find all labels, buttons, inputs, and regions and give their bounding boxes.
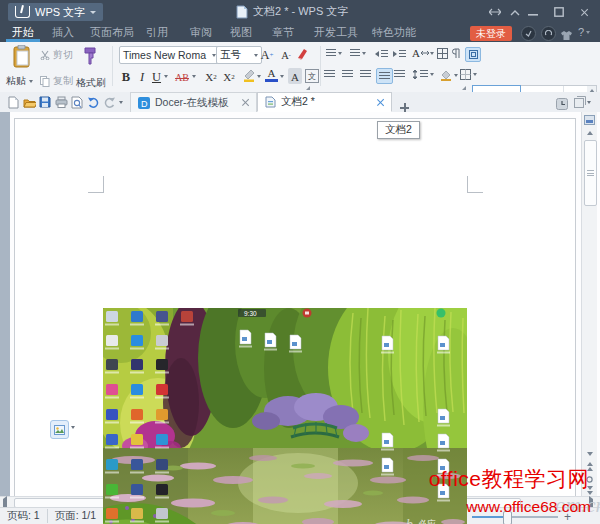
chevron-down-icon xyxy=(454,74,458,77)
shading-button[interactable] xyxy=(440,69,458,81)
ruler-toggle-button[interactable] xyxy=(583,114,596,125)
bold-button[interactable]: B xyxy=(119,68,133,84)
tab-view[interactable]: 视图 xyxy=(228,24,254,42)
collapse-ribbon-icon[interactable] xyxy=(507,5,523,19)
decrease-indent-button[interactable] xyxy=(375,49,388,59)
title-bar: WPS 文字 文档2 * - WPS 文字 xyxy=(0,0,600,24)
zoom-slider-fill xyxy=(472,516,506,518)
minimize-button[interactable] xyxy=(525,5,541,19)
vertical-scroll-thumb[interactable] xyxy=(584,140,597,206)
skin-icon[interactable] xyxy=(521,26,536,41)
font-dialog-launcher[interactable] xyxy=(306,86,310,90)
app-menu-button[interactable]: WPS 文字 xyxy=(8,3,103,21)
tab-developer[interactable]: 开发工具 xyxy=(312,24,360,42)
chevron-down-icon xyxy=(362,52,366,55)
new-document-button[interactable] xyxy=(6,95,20,109)
close-button[interactable] xyxy=(576,5,592,19)
paragraph-layout-button[interactable] xyxy=(452,48,462,59)
line-spacing-button[interactable] xyxy=(412,70,434,79)
chevron-down-icon xyxy=(586,31,590,34)
scroll-down-button[interactable] xyxy=(583,448,596,459)
underline-button[interactable]: U xyxy=(150,68,163,84)
scroll-up-button[interactable] xyxy=(583,127,596,138)
close-icon[interactable] xyxy=(376,98,384,106)
phonetic-guide-button[interactable]: 文 xyxy=(305,69,319,83)
subscript-button[interactable]: X2 xyxy=(221,68,237,84)
chevron-down-icon xyxy=(338,52,342,55)
clear-formatting-icon[interactable] xyxy=(296,47,310,65)
tab-section[interactable]: 章节 xyxy=(270,24,296,42)
font-size-select[interactable]: 五号 xyxy=(216,46,262,64)
strikethrough-dropdown[interactable] xyxy=(192,75,196,78)
justify-button[interactable] xyxy=(376,68,393,84)
character-scaling-button[interactable]: A xyxy=(412,47,434,59)
highlight-color-icon[interactable] xyxy=(242,68,256,86)
tab-document2[interactable]: 文档2 * xyxy=(257,92,392,112)
bullets-button[interactable] xyxy=(326,49,342,58)
desktop-clock-widget: 9:30 xyxy=(238,309,266,317)
italic-button[interactable]: I xyxy=(136,68,148,84)
zoom-slider-track[interactable] xyxy=(472,516,558,518)
tab-page-layout[interactable]: 页面布局 xyxy=(88,24,136,42)
switch-ui-icon[interactable] xyxy=(487,5,503,19)
copy-button[interactable]: 复制 xyxy=(40,74,73,88)
tab-home[interactable]: 开始 xyxy=(10,24,36,42)
text-direction-button[interactable] xyxy=(437,48,448,59)
help-button[interactable]: ? xyxy=(578,26,590,38)
font-color-dropdown[interactable] xyxy=(280,75,284,78)
feedback-icon[interactable] xyxy=(541,26,556,41)
tab-review[interactable]: 审阅 xyxy=(188,24,214,42)
align-left-button[interactable] xyxy=(324,70,335,79)
cut-button[interactable]: 剪切 xyxy=(40,48,73,62)
paste-icon[interactable] xyxy=(10,45,34,71)
highlight-dropdown[interactable] xyxy=(257,75,261,78)
distribute-button[interactable] xyxy=(394,70,405,79)
chevron-down-icon xyxy=(90,11,96,14)
tab-list-button[interactable] xyxy=(574,96,591,108)
chevron-down-icon xyxy=(430,73,434,76)
font-color-swatch xyxy=(265,79,278,82)
layout-options-dropdown[interactable] xyxy=(71,426,75,429)
close-icon[interactable] xyxy=(241,99,249,107)
superscript-button[interactable]: X2 xyxy=(203,68,219,84)
print-preview-button[interactable] xyxy=(70,95,84,109)
character-shading-button[interactable]: A xyxy=(288,68,302,84)
vertical-scrollbar[interactable] xyxy=(581,112,597,497)
increase-indent-button[interactable] xyxy=(393,49,406,59)
tab-references[interactable]: 引用 xyxy=(144,24,170,42)
green-orb-icon xyxy=(437,309,446,318)
chevron-down-icon xyxy=(587,101,591,104)
format-painter-icon xyxy=(82,46,100,72)
borders-button[interactable] xyxy=(460,69,477,80)
font-color-button[interactable]: A xyxy=(265,68,278,82)
format-painter-button[interactable]: 格式刷 xyxy=(76,76,106,90)
paragraph-dialog-launcher[interactable] xyxy=(462,86,466,90)
numbering-button[interactable] xyxy=(350,49,366,58)
align-center-button[interactable] xyxy=(342,70,353,79)
redo-button[interactable] xyxy=(102,95,116,109)
tab-special-features[interactable]: 特色功能 xyxy=(370,24,418,42)
copy-icon xyxy=(40,76,50,87)
borders-grid-icon xyxy=(460,69,471,80)
login-button[interactable]: 未登录 xyxy=(470,26,512,41)
bullet-list-icon xyxy=(326,49,336,58)
tab-insert[interactable]: 插入 xyxy=(50,24,76,42)
maximize-button[interactable] xyxy=(551,5,567,19)
font-name-select[interactable]: Times New Roma xyxy=(119,46,220,64)
print-button[interactable] xyxy=(54,95,68,109)
grow-font-button[interactable]: A+ xyxy=(259,46,275,62)
save-button[interactable] xyxy=(38,95,52,109)
strikethrough-button[interactable]: AB xyxy=(172,68,192,84)
quick-access-dropdown[interactable] xyxy=(119,101,123,104)
undo-button[interactable] xyxy=(86,95,100,109)
align-right-button[interactable] xyxy=(360,70,371,79)
paste-button[interactable]: 粘贴 xyxy=(6,74,33,88)
tab-docer-templates[interactable]: D Docer-在线模板 xyxy=(130,92,257,112)
underline-dropdown[interactable] xyxy=(164,75,168,78)
open-button[interactable] xyxy=(22,95,36,109)
embedded-desktop-image[interactable]: 9:30 b 必应 xyxy=(103,308,467,524)
shrink-font-button[interactable]: A- xyxy=(279,46,293,62)
site-watermark-title: office教程学习网 xyxy=(429,465,589,493)
show-marks-button[interactable] xyxy=(465,47,481,62)
image-layout-options-button[interactable] xyxy=(50,420,69,439)
